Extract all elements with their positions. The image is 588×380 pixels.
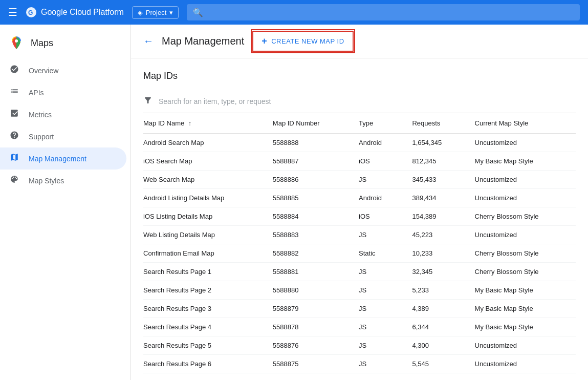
hamburger-icon[interactable]: ☰	[8, 6, 17, 18]
cell-style: Uncustomized	[467, 134, 576, 152]
cell-style: My Basic Map Style	[467, 318, 576, 336]
main-content: ← Map Management + CREATE NEW MAP ID Map…	[131, 25, 588, 380]
table-row[interactable]: Search Results Page 7 5588874 JS 4389 Un…	[143, 373, 576, 381]
project-label: Project	[146, 9, 166, 16]
col-header-style: Current Map Style	[467, 113, 576, 134]
sidebar: Maps Overview APIs Metrics Support	[0, 25, 131, 380]
cell-name: Search Results Page 3	[143, 300, 265, 318]
cell-type: Android	[351, 134, 404, 152]
table-row[interactable]: Search Results Page 2 5588880 JS 5,233 M…	[143, 281, 576, 300]
table-header: Map ID Name ↑ Map ID Number Type Request…	[143, 113, 576, 134]
cell-type: Android	[351, 189, 404, 207]
cell-number: 5588881	[265, 263, 351, 281]
cell-requests: 10,233	[404, 244, 466, 263]
sidebar-item-metrics[interactable]: Metrics	[0, 103, 126, 125]
cell-type: JS	[351, 318, 404, 336]
cell-name: Search Results Page 6	[143, 355, 265, 373]
table-row[interactable]: Confirmation Email Map 5588882 Static 10…	[143, 244, 576, 263]
maps-app-icon	[8, 35, 25, 51]
cell-requests: 345,433	[404, 171, 466, 189]
cell-number: 5588883	[265, 226, 351, 244]
cell-name: Search Results Page 4	[143, 318, 265, 336]
table-row[interactable]: Search Results Page 5 5588876 JS 4,300 U…	[143, 336, 576, 355]
sidebar-item-map-styles[interactable]: Map Styles	[0, 170, 126, 192]
filter-icon	[143, 96, 153, 107]
cell-type: JS	[351, 281, 404, 300]
cell-type: JS	[351, 171, 404, 189]
overview-icon	[8, 65, 20, 76]
table-row[interactable]: Search Results Page 1 5588881 JS 32,345 …	[143, 263, 576, 281]
cell-name: Confirmation Email Map	[143, 244, 265, 263]
layout: Maps Overview APIs Metrics Support	[0, 25, 588, 380]
cell-name: iOS Listing Details Map	[143, 207, 265, 226]
apis-icon	[8, 87, 20, 98]
cell-requests: 4,300	[404, 336, 466, 355]
cell-style: Uncustomized	[467, 171, 576, 189]
sidebar-logo: Maps	[0, 29, 130, 59]
table-row[interactable]: Search Results Page 4 5588878 JS 6,344 M…	[143, 318, 576, 336]
col-header-name: Map ID Name ↑	[143, 113, 265, 134]
sidebar-item-map-management-label: Map Management	[29, 155, 86, 163]
sidebar-item-map-management[interactable]: Map Management	[0, 147, 126, 170]
create-plus-icon: +	[262, 36, 267, 47]
table-search-bar[interactable]: Search for an item, type, or request	[143, 90, 576, 113]
sidebar-item-overview[interactable]: Overview	[0, 59, 126, 81]
content-area: Map IDs Search for an item, type, or req…	[131, 58, 588, 380]
cell-type: JS	[351, 336, 404, 355]
project-icon: ◈	[138, 9, 143, 16]
cell-requests: 6,344	[404, 318, 466, 336]
top-header: ☰ G Google Cloud Platform ◈ Project ▾ 🔍	[0, 0, 588, 25]
cell-style: My Basic Map Style	[467, 152, 576, 171]
table-row[interactable]: Web Search Map 5588886 JS 345,433 Uncust…	[143, 171, 576, 189]
project-chevron-icon: ▾	[169, 9, 173, 16]
table-row[interactable]: Android Search Map 5588888 Android 1,654…	[143, 134, 576, 152]
table-row[interactable]: Search Results Page 6 5588875 JS 5,545 U…	[143, 355, 576, 373]
cell-requests: 45,223	[404, 226, 466, 244]
cell-requests: 32,345	[404, 263, 466, 281]
table-row[interactable]: iOS Listing Details Map 5588884 iOS 154,…	[143, 207, 576, 226]
cell-number: 5588879	[265, 300, 351, 318]
cell-number: 5588887	[265, 152, 351, 171]
cell-name: Web Search Map	[143, 171, 265, 189]
cell-style: Uncustomized	[467, 226, 576, 244]
cell-requests: 5,233	[404, 281, 466, 300]
global-search-bar[interactable]: 🔍	[187, 4, 580, 20]
cell-type: iOS	[351, 207, 404, 226]
sidebar-item-support[interactable]: Support	[0, 125, 126, 147]
cell-requests: 812,345	[404, 152, 466, 171]
cell-style: Uncustomized	[467, 355, 576, 373]
table-row[interactable]: iOS Search Map 5588887 iOS 812,345 My Ba…	[143, 152, 576, 171]
sidebar-item-apis[interactable]: APIs	[0, 81, 126, 103]
cell-style: Uncustomized	[467, 336, 576, 355]
page-title: Map Management	[162, 35, 244, 47]
back-button[interactable]: ←	[143, 35, 154, 47]
brand-logo: G Google Cloud Platform	[26, 7, 124, 18]
cell-style: Uncustomized	[467, 373, 576, 381]
create-btn-label: CREATE NEW MAP ID	[271, 37, 344, 45]
cell-style: My Basic Map Style	[467, 300, 576, 318]
sort-arrow-icon[interactable]: ↑	[188, 119, 192, 127]
cell-number: 5588882	[265, 244, 351, 263]
gcp-logo-icon: G	[26, 7, 37, 18]
table-row[interactable]: Web Listing Details Map 5588883 JS 45,22…	[143, 226, 576, 244]
cell-name: Search Results Page 2	[143, 281, 265, 300]
cell-style: Uncustomized	[467, 189, 576, 207]
sidebar-app-label: Maps	[31, 38, 53, 49]
table-row[interactable]: Android Listing Details Map 5588885 Andr…	[143, 189, 576, 207]
table-row[interactable]: Search Results Page 3 5588879 JS 4,389 M…	[143, 300, 576, 318]
cell-number: 5588888	[265, 134, 351, 152]
map-ids-table: Map ID Name ↑ Map ID Number Type Request…	[143, 113, 576, 380]
brand-label: Google Cloud Platform	[41, 8, 124, 17]
cell-type: iOS	[351, 152, 404, 171]
cell-style: Cherry Blossom Style	[467, 244, 576, 263]
col-header-requests: Requests	[404, 113, 466, 134]
metrics-icon	[8, 109, 20, 120]
create-map-id-button[interactable]: + CREATE NEW MAP ID	[252, 31, 353, 52]
map-styles-icon	[8, 175, 20, 186]
cell-number: 5588875	[265, 355, 351, 373]
sidebar-item-support-label: Support	[29, 133, 54, 141]
cell-style: Cherry Blossom Style	[467, 207, 576, 226]
project-selector[interactable]: ◈ Project ▾	[132, 6, 179, 19]
cell-name: iOS Search Map	[143, 152, 265, 171]
search-icon: 🔍	[193, 8, 203, 17]
